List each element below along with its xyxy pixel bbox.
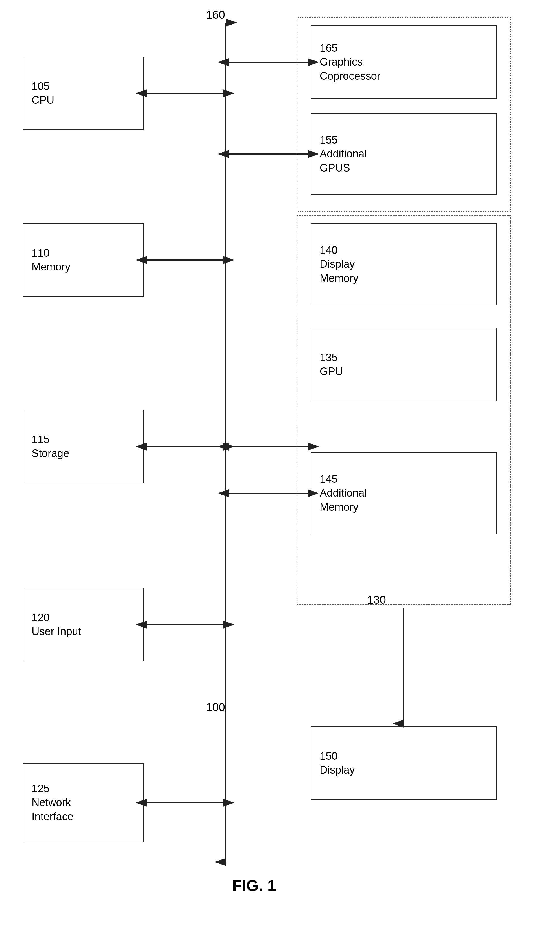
cpu-id: 105 — [32, 79, 49, 93]
user-input-label: User Input — [32, 625, 81, 638]
display-label: Display — [320, 763, 355, 777]
display-memory-label: Display Memory — [320, 257, 358, 285]
additional-gpus-id: 155 — [320, 133, 337, 147]
diagram: 105 CPU 110 Memory 115 Storage 120 User … — [0, 0, 560, 931]
storage-label: Storage — [32, 446, 69, 460]
gpu-box: 135 GPU — [311, 328, 497, 401]
network-interface-id: 125 — [32, 782, 49, 796]
graphics-coprocessor-box: 165 Graphics Coprocessor — [311, 25, 497, 99]
graphics-coprocessor-label: Graphics Coprocessor — [320, 55, 380, 83]
cpu-box: 105 CPU — [23, 57, 144, 130]
display-connector-label-text: 130 — [367, 593, 386, 606]
cpu-label: CPU — [32, 93, 54, 107]
display-memory-box: 140 Display Memory — [311, 223, 497, 305]
system-label-text: 100 — [206, 701, 225, 713]
bus-label-text: 160 — [206, 8, 225, 21]
additional-memory-label: Additional Memory — [320, 486, 367, 514]
network-interface-box: 125 Network Interface — [23, 763, 144, 842]
display-connector-label: 130 — [367, 593, 386, 606]
display-box: 150 Display — [311, 726, 497, 800]
memory-id: 110 — [32, 246, 49, 260]
gpu-label: GPU — [320, 364, 343, 378]
additional-gpus-label: Additional GPUS — [320, 147, 367, 175]
storage-box: 115 Storage — [23, 410, 144, 483]
additional-memory-id: 145 — [320, 472, 337, 486]
figure-label: FIG. 1 — [169, 876, 339, 894]
memory-box: 110 Memory — [23, 223, 144, 297]
system-label: 100 — [206, 701, 225, 714]
user-input-id: 120 — [32, 611, 49, 625]
bus-label: 160 — [206, 8, 225, 21]
additional-memory-box: 145 Additional Memory — [311, 452, 497, 534]
user-input-box: 120 User Input — [23, 588, 144, 661]
display-memory-id: 140 — [320, 243, 337, 257]
network-interface-label: Network Interface — [32, 796, 74, 824]
gpu-id: 135 — [320, 351, 337, 364]
memory-label: Memory — [32, 260, 70, 274]
additional-gpus-box: 155 Additional GPUS — [311, 113, 497, 195]
figure-title: FIG. 1 — [232, 877, 276, 894]
display-id: 150 — [320, 749, 337, 763]
graphics-coprocessor-id: 165 — [320, 41, 337, 55]
storage-id: 115 — [32, 433, 49, 446]
